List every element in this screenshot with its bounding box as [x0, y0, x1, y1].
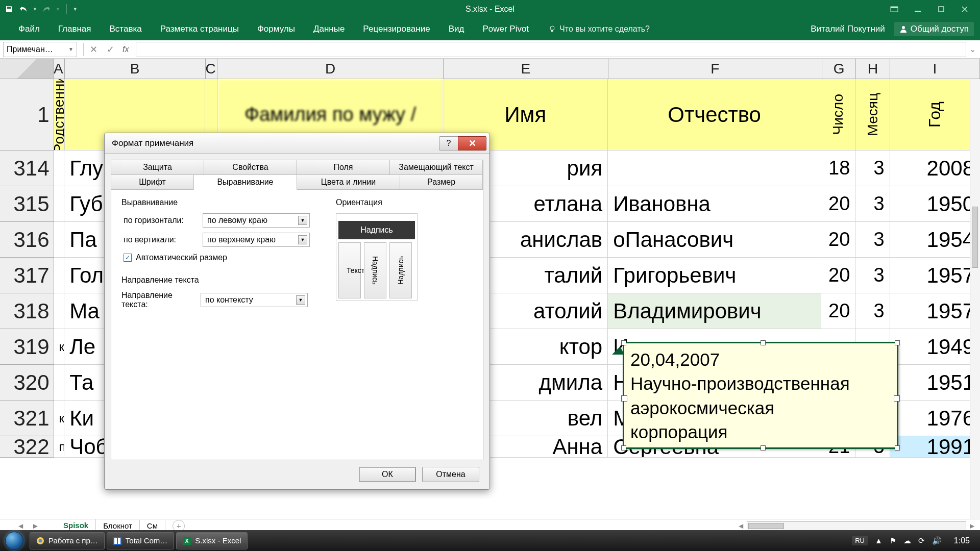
row-header[interactable]: 322: [0, 436, 54, 458]
help-button[interactable]: ?: [439, 136, 458, 151]
cell[interactable]: 1991: [890, 436, 980, 458]
orientation-horizontal[interactable]: Надпись: [338, 221, 415, 239]
cell[interactable]: 1949: [890, 329, 980, 365]
tab-file[interactable]: Файл: [9, 18, 49, 40]
row-header[interactable]: 317: [0, 258, 54, 293]
tab-review[interactable]: Рецензирование: [354, 18, 439, 40]
combo-horizontal[interactable]: по левому краю▼: [203, 213, 310, 228]
tab-alignment[interactable]: Выравнивание: [193, 174, 297, 190]
cell[interactable]: к: [54, 329, 65, 365]
cell[interactable]: Владимирович: [608, 293, 821, 329]
cell[interactable]: Ивановна: [608, 186, 821, 222]
col-E[interactable]: E: [444, 59, 608, 79]
language-indicator[interactable]: RU: [852, 536, 868, 545]
cancel-icon[interactable]: ✕: [90, 44, 97, 55]
cell[interactable]: [54, 151, 65, 186]
cell[interactable]: [54, 258, 65, 293]
cell[interactable]: 1976: [890, 400, 980, 436]
tab-font[interactable]: Шрифт: [111, 174, 194, 190]
cell[interactable]: 1951: [890, 365, 980, 400]
col-A[interactable]: A: [54, 59, 65, 79]
header-cell[interactable]: Родственни: [54, 79, 65, 151]
tab-data[interactable]: Данные: [304, 18, 354, 40]
tab-protection[interactable]: Защита: [111, 160, 204, 175]
hscroll-right-icon[interactable]: ►: [968, 521, 976, 530]
header-cell[interactable]: Отчество: [608, 79, 821, 151]
col-G[interactable]: G: [822, 59, 856, 79]
save-icon[interactable]: [4, 4, 14, 14]
cell[interactable]: п: [54, 436, 65, 458]
tab-properties[interactable]: Свойства: [204, 160, 297, 175]
undo-icon[interactable]: [18, 4, 29, 14]
hscroll-left-icon[interactable]: ◄: [737, 521, 745, 530]
cell[interactable]: 1954: [890, 222, 980, 258]
cell[interactable]: 20: [821, 222, 855, 258]
close-button[interactable]: ✕: [458, 136, 486, 151]
row-header[interactable]: 320: [0, 365, 54, 400]
combo-direction[interactable]: по контексту▼: [201, 293, 308, 307]
cloud-sync-icon[interactable]: ⟳: [918, 536, 925, 545]
cell[interactable]: оПанасович: [608, 222, 821, 258]
cell[interactable]: 20: [821, 293, 855, 329]
col-B[interactable]: B: [65, 59, 206, 79]
cell[interactable]: 1957: [890, 293, 980, 329]
col-C[interactable]: C: [206, 59, 218, 79]
minimize-icon[interactable]: [909, 3, 927, 15]
cell[interactable]: 20: [821, 258, 855, 293]
tab-insert[interactable]: Вставка: [101, 18, 151, 40]
cell[interactable]: 3: [855, 186, 890, 222]
checkbox-autosize[interactable]: ✓ Автоматический размер: [124, 253, 473, 262]
tab-margins[interactable]: Поля: [297, 160, 390, 175]
cell[interactable]: 2008: [890, 151, 980, 186]
undo-dropdown-icon[interactable]: ▼: [33, 7, 37, 12]
cell[interactable]: Григорьевич: [608, 258, 821, 293]
tab-powerpivot[interactable]: Power Pivot: [473, 18, 538, 40]
tab-view[interactable]: Вид: [439, 18, 474, 40]
dialog-titlebar[interactable]: Формат примечания ? ✕: [105, 133, 489, 154]
tray-up-icon[interactable]: ▲: [875, 536, 883, 545]
qat-customize-icon[interactable]: ▼: [73, 7, 78, 12]
cell[interactable]: 3: [855, 258, 890, 293]
tab-home[interactable]: Главная: [49, 18, 101, 40]
vertical-scrollbar[interactable]: [970, 79, 980, 519]
cell[interactable]: 1950: [890, 186, 980, 222]
row-header-1[interactable]: 1: [0, 79, 54, 151]
chevron-down-icon[interactable]: ▼: [68, 46, 74, 52]
start-button[interactable]: [0, 531, 29, 551]
cell[interactable]: 1957: [890, 258, 980, 293]
row-header[interactable]: 321: [0, 400, 54, 436]
close-icon[interactable]: [955, 3, 974, 15]
row-header[interactable]: 318: [0, 293, 54, 329]
enter-icon[interactable]: ✓: [107, 44, 114, 55]
tell-me[interactable]: Что вы хотите сделать?: [548, 24, 650, 34]
row-header[interactable]: 315: [0, 186, 54, 222]
cell[interactable]: [54, 222, 65, 258]
cell[interactable]: 3: [855, 293, 890, 329]
sheet-nav-next-icon[interactable]: ►: [32, 521, 39, 530]
clock[interactable]: 1:05: [949, 536, 975, 545]
tab-size[interactable]: Размер: [400, 174, 483, 190]
header-cell[interactable]: Число: [821, 79, 855, 151]
cell[interactable]: 20: [821, 186, 855, 222]
row-header[interactable]: 314: [0, 151, 54, 186]
taskbar-item[interactable]: X S.xlsx - Excel: [176, 532, 248, 549]
cell[interactable]: 18: [821, 151, 855, 186]
maximize-icon[interactable]: [932, 3, 950, 15]
col-I[interactable]: I: [890, 59, 980, 79]
cell[interactable]: [54, 186, 65, 222]
select-all-corner[interactable]: [0, 59, 54, 79]
orientation-stacked[interactable]: Текст: [338, 242, 361, 298]
taskbar-item[interactable]: Total Com…: [107, 532, 175, 549]
taskbar-item[interactable]: Работа с пр…: [30, 532, 105, 549]
orientation-vert2[interactable]: Надпись: [389, 242, 412, 298]
col-H[interactable]: H: [856, 59, 890, 79]
cell[interactable]: [54, 293, 65, 329]
col-F[interactable]: F: [608, 59, 822, 79]
combo-vertical[interactable]: по верхнему краю▼: [203, 233, 310, 247]
fx-icon[interactable]: fx: [122, 45, 129, 54]
user-name[interactable]: Виталий Покутний: [811, 24, 885, 34]
cell[interactable]: к: [54, 400, 65, 436]
horizontal-scrollbar[interactable]: [747, 521, 966, 531]
cell[interactable]: [54, 365, 65, 400]
share-button[interactable]: Общий доступ: [894, 22, 974, 36]
